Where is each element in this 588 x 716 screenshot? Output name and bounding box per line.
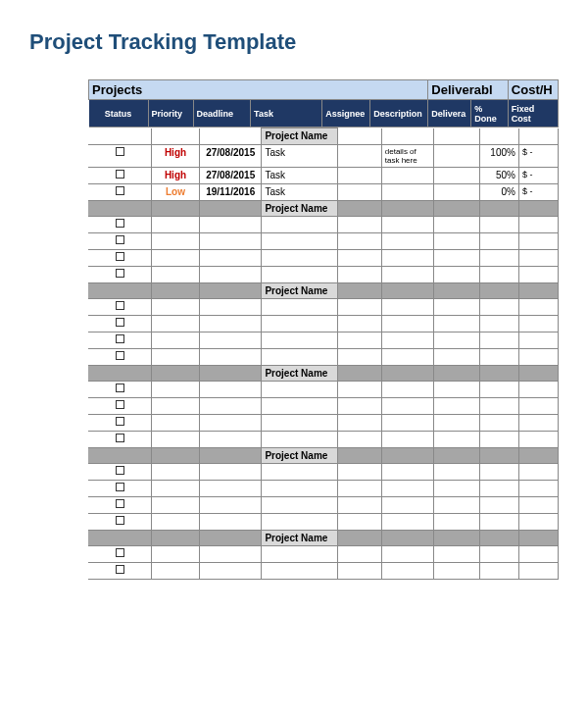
section-divider: Project Name bbox=[88, 201, 559, 217]
table-row: Low19/11/2016Task0%$ - bbox=[88, 184, 559, 201]
section-divider: Project Name bbox=[88, 366, 559, 382]
col-fixedcost: Fixed Cost bbox=[508, 100, 558, 128]
tracking-body: Project NameHigh27/08/2015Taskdetails of… bbox=[88, 128, 559, 580]
group-deliverables: Deliverabl bbox=[428, 80, 509, 100]
page-title: Project Tracking Template bbox=[29, 29, 559, 55]
status-checkbox[interactable] bbox=[116, 252, 124, 261]
table-row bbox=[88, 415, 559, 432]
table-row bbox=[88, 316, 559, 332]
task-cell: Task bbox=[262, 145, 338, 168]
deliverable-cell bbox=[434, 145, 480, 168]
priority-cell: High bbox=[152, 168, 200, 184]
project-name-label: Project Name bbox=[262, 128, 338, 145]
col-done: % Done bbox=[471, 100, 509, 128]
table-row bbox=[88, 464, 559, 481]
project-name-label: Project Name bbox=[262, 366, 338, 382]
status-checkbox[interactable] bbox=[116, 147, 124, 156]
cost-cell: $ - bbox=[518, 168, 558, 184]
table-wrap: Projects Deliverabl Cost/H Status Priori… bbox=[88, 79, 559, 580]
table-row bbox=[88, 497, 559, 514]
description-cell bbox=[381, 168, 433, 184]
status-checkbox[interactable] bbox=[116, 516, 124, 525]
table-row: High27/08/2015Taskdetails of task here10… bbox=[88, 145, 559, 168]
group-header-row: Projects Deliverabl Cost/H bbox=[89, 80, 559, 100]
status-checkbox[interactable] bbox=[116, 235, 124, 244]
deadline-cell: 27/08/2015 bbox=[199, 168, 261, 184]
project-name-label: Project Name bbox=[262, 531, 338, 546]
status-checkbox[interactable] bbox=[116, 565, 124, 574]
deadline-cell: 19/11/2016 bbox=[199, 184, 261, 201]
description-cell bbox=[381, 184, 433, 201]
status-checkbox[interactable] bbox=[116, 466, 124, 475]
assignee-cell bbox=[338, 145, 381, 168]
group-projects: Projects bbox=[89, 80, 428, 100]
priority-cell: Low bbox=[152, 184, 200, 201]
table-row bbox=[88, 563, 559, 580]
section-divider: Project Name bbox=[88, 448, 559, 464]
table-row bbox=[88, 481, 559, 497]
table-row bbox=[88, 217, 559, 233]
col-description: Description bbox=[370, 100, 428, 128]
status-checkbox[interactable] bbox=[116, 219, 124, 228]
status-checkbox[interactable] bbox=[116, 548, 124, 557]
col-assignee: Assignee bbox=[322, 100, 370, 128]
col-priority: Priority bbox=[148, 100, 193, 128]
assignee-cell bbox=[338, 184, 381, 201]
status-checkbox[interactable] bbox=[116, 334, 124, 343]
deadline-cell: 27/08/2015 bbox=[199, 145, 261, 168]
status-checkbox[interactable] bbox=[116, 170, 124, 179]
table-row: High27/08/2015Task50%$ - bbox=[88, 168, 559, 184]
status-checkbox[interactable] bbox=[116, 384, 124, 392]
column-header-row: Status Priority Deadline Task Assignee D… bbox=[89, 100, 559, 128]
status-checkbox[interactable] bbox=[116, 351, 124, 360]
group-cost: Cost/H bbox=[508, 80, 558, 100]
deliverable-cell bbox=[434, 168, 480, 184]
status-checkbox[interactable] bbox=[116, 318, 124, 327]
table-row bbox=[88, 332, 559, 349]
cost-cell: $ - bbox=[518, 184, 558, 201]
project-name-row: Project Name bbox=[88, 128, 559, 145]
task-cell: Task bbox=[262, 184, 338, 201]
status-checkbox[interactable] bbox=[116, 186, 124, 195]
status-checkbox[interactable] bbox=[116, 483, 124, 491]
project-name-label: Project Name bbox=[262, 283, 338, 299]
done-cell: 50% bbox=[479, 168, 518, 184]
status-checkbox[interactable] bbox=[116, 301, 124, 310]
project-name-label: Project Name bbox=[262, 448, 338, 464]
description-cell: details of task here bbox=[381, 145, 433, 168]
col-deliverable: Delivera bbox=[428, 100, 471, 128]
col-status: Status bbox=[89, 100, 149, 128]
tracking-table: Projects Deliverabl Cost/H Status Priori… bbox=[88, 79, 559, 128]
done-cell: 0% bbox=[479, 184, 518, 201]
status-checkbox[interactable] bbox=[116, 400, 124, 409]
table-row bbox=[88, 382, 559, 398]
section-divider: Project Name bbox=[88, 531, 559, 546]
table-row bbox=[88, 250, 559, 267]
col-task: Task bbox=[251, 100, 322, 128]
table-row bbox=[88, 398, 559, 415]
table-row bbox=[88, 432, 559, 448]
status-checkbox[interactable] bbox=[116, 417, 124, 426]
status-checkbox[interactable] bbox=[116, 269, 124, 278]
cost-cell: $ - bbox=[518, 145, 558, 168]
task-cell: Task bbox=[262, 168, 338, 184]
table-row bbox=[88, 267, 559, 283]
assignee-cell bbox=[338, 168, 381, 184]
priority-cell: High bbox=[152, 145, 200, 168]
table-row bbox=[88, 514, 559, 531]
col-deadline: Deadline bbox=[193, 100, 251, 128]
done-cell: 100% bbox=[479, 145, 518, 168]
deliverable-cell bbox=[434, 184, 480, 201]
section-divider: Project Name bbox=[88, 283, 559, 299]
status-checkbox[interactable] bbox=[116, 499, 124, 508]
table-row bbox=[88, 546, 559, 563]
table-row bbox=[88, 233, 559, 250]
status-checkbox[interactable] bbox=[116, 434, 124, 442]
table-row bbox=[88, 349, 559, 366]
project-name-label: Project Name bbox=[262, 201, 338, 217]
table-row bbox=[88, 299, 559, 316]
